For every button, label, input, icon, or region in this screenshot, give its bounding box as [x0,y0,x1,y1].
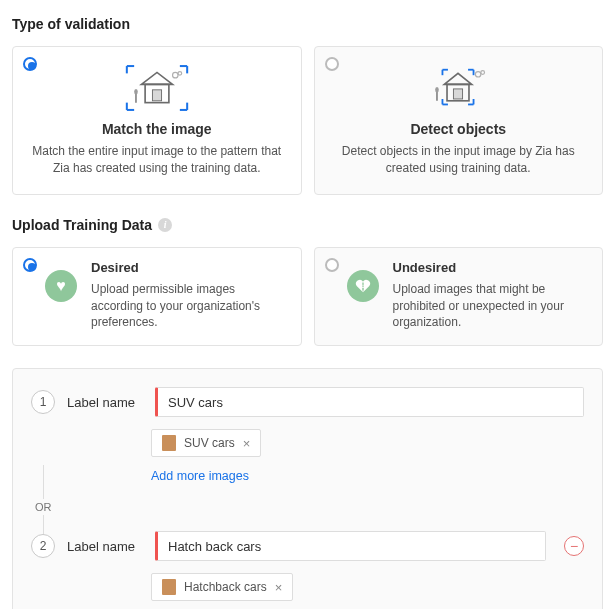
broken-heart-icon [347,270,379,302]
svg-rect-8 [454,89,463,99]
validation-section-title: Type of validation [12,16,603,32]
detect-objects-card[interactable]: Detect objects Detect objects in the inp… [314,46,604,195]
detect-objects-illustration [329,63,589,113]
label-name-input-2[interactable] [155,531,546,561]
add-images-link-1[interactable]: Add more images [31,469,584,483]
remove-chip-icon[interactable]: × [275,580,283,595]
desired-radio[interactable] [23,258,37,272]
svg-point-4 [172,72,177,77]
connector-line-top [43,465,44,499]
or-divider: OR [31,501,584,513]
svg-marker-6 [445,73,472,84]
file-chip-hatchback-label: Hatchback cars [184,580,267,594]
training-cards-row: ♥ Desired Upload permissible images acco… [12,247,603,346]
detect-objects-radio[interactable] [325,57,339,71]
detect-objects-desc: Detect objects in the input image by Zia… [329,143,589,178]
undesired-desc: Upload images that might be prohibited o… [393,281,589,331]
label-panel: 1 Label name SUV cars × Add more images … [12,368,603,609]
label-name-text-1: Label name [67,395,143,410]
undesired-card[interactable]: Undesired Upload images that might be pr… [314,247,604,346]
remove-chip-icon[interactable]: × [243,436,251,451]
file-chip-suv-label: SUV cars [184,436,235,450]
match-image-title: Match the image [27,121,287,137]
detect-objects-title: Detect objects [329,121,589,137]
svg-point-11 [481,71,485,75]
label-name-text-2: Label name [67,539,143,554]
match-image-illustration [27,63,287,113]
match-image-card[interactable]: Match the image Match the entire input i… [12,46,302,195]
label-name-input-1[interactable] [155,387,584,417]
desired-title: Desired [91,260,287,275]
delete-label-button[interactable]: − [564,536,584,556]
file-chip-row-2: Hatchback cars × [31,573,584,601]
step-2-badge: 2 [31,534,55,558]
training-section-title: Upload Training Data i [12,217,603,233]
training-title-text: Upload Training Data [12,217,152,233]
zip-icon [162,579,176,595]
heart-icon: ♥ [45,270,77,302]
file-chip-row-1: SUV cars × [31,429,584,457]
zip-icon [162,435,176,451]
desired-card[interactable]: ♥ Desired Upload permissible images acco… [12,247,302,346]
or-text: OR [35,501,52,513]
info-icon[interactable]: i [158,218,172,232]
undesired-radio[interactable] [325,258,339,272]
step-1-badge: 1 [31,390,55,414]
file-chip-hatchback[interactable]: Hatchback cars × [151,573,293,601]
label-row-2: 2 Label name − [31,531,584,561]
label-row-1: 1 Label name [31,387,584,417]
undesired-title: Undesired [393,260,589,275]
validation-cards-row: Match the image Match the entire input i… [12,46,603,195]
house-icon [125,63,189,113]
svg-rect-2 [152,90,161,101]
svg-marker-0 [141,72,172,84]
match-image-desc: Match the entire input image to the patt… [27,143,287,178]
file-chip-suv[interactable]: SUV cars × [151,429,261,457]
svg-point-10 [476,72,481,77]
svg-point-5 [178,72,182,76]
house-icon [426,63,490,113]
match-image-radio[interactable] [23,57,37,71]
desired-desc: Upload permissible images according to y… [91,281,287,331]
